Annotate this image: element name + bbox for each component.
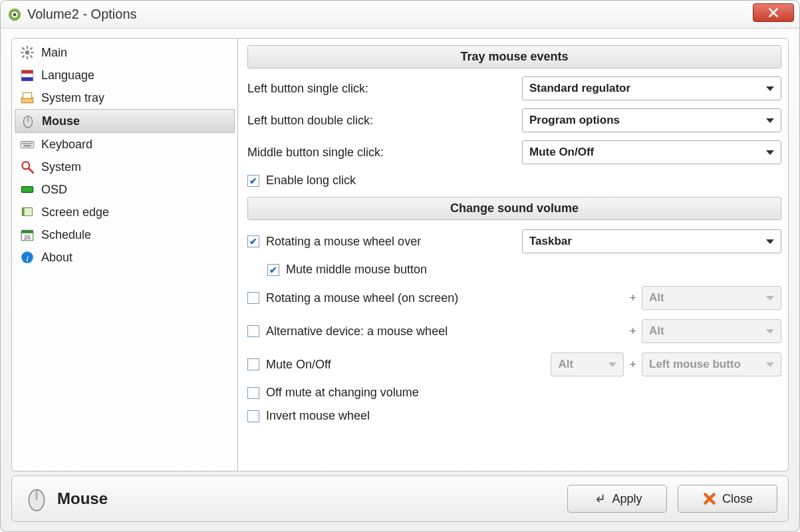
label-invert-wheel: Invert mouse wheel [266,409,781,423]
body: MainLanguageSystem trayMouseKeyboardSyst… [11,38,789,471]
checkbox-mute-middle[interactable] [267,264,279,276]
svg-rect-23 [29,143,30,144]
plus-icon: + [629,325,636,338]
sidebar-item-screen-edge[interactable]: Screen edge [15,201,235,223]
svg-line-10 [22,55,24,57]
sidebar-item-language[interactable]: Language [15,64,235,86]
sidebar-item-label: OSD [41,183,67,197]
calendar-icon: 26 [20,227,35,242]
gear-icon [20,45,35,60]
tray-icon [20,90,35,105]
keyboard-icon [20,137,35,152]
sidebar-item-label: Main [41,46,67,60]
svg-rect-14 [21,77,33,81]
row-rotate-over: Rotating a mouse wheel over Taskbar [247,229,781,253]
chevron-down-icon [766,150,774,155]
svg-rect-22 [27,143,28,144]
label-left-single: Left button single click: [247,82,522,96]
combo-alt-device-mod[interactable]: Alt [642,319,781,343]
svg-rect-25 [24,145,31,146]
sidebar-item-label: Screen edge [41,205,109,219]
info-icon: i [20,250,35,265]
svg-text:i: i [26,253,29,263]
row-mute-middle: Mute middle mouse button [267,263,781,277]
label-middle-single: Middle button single click: [247,146,522,160]
sidebar-item-label: System [41,160,81,174]
checkbox-rotate-screen[interactable] [247,292,259,304]
svg-point-2 [13,13,17,16]
svg-line-11 [30,47,32,49]
sidebar-item-label: Mouse [42,114,80,128]
chevron-down-icon [766,296,774,301]
combo-middle-single[interactable]: Mute On/Off [522,140,781,164]
section-header-volume: Change sound volume [247,197,781,220]
svg-rect-19 [21,142,34,148]
button-label: Close [722,492,753,506]
combo-value: Mute On/Off [529,146,594,159]
svg-text:26: 26 [24,234,31,241]
sidebar-item-mouse[interactable]: Mouse [15,109,235,133]
combo-mute-mod[interactable]: Alt [551,352,624,376]
combo-rotate-over-target[interactable]: Taskbar [522,229,781,253]
row-rotate-screen: Rotating a mouse wheel (on screen) + Alt [247,286,781,310]
close-button[interactable]: Close [678,485,777,513]
button-label: Apply [612,492,642,506]
plus-icon: + [629,291,636,305]
apply-button[interactable]: Apply [567,485,667,513]
row-enable-long-click: Enable long click [247,174,781,188]
mouse-icon [21,114,35,128]
combo-left-double[interactable]: Program options [522,108,781,132]
sidebar-item-label: Schedule [41,228,91,242]
sidebar-item-system-tray[interactable]: System tray [15,86,235,109]
enter-key-icon [592,491,606,506]
label-rotate-over: Rotating a mouse wheel over [266,235,522,249]
combo-mute-button[interactable]: Left mouse butto [642,352,781,376]
sidebar-item-keyboard[interactable]: Keyboard [15,133,235,156]
chevron-down-icon [766,118,774,123]
label-enable-long-click: Enable long click [266,174,781,188]
checkbox-alt-device[interactable] [247,325,259,337]
title-bar: Volume2 - Options [1,1,799,29]
main-panel: Tray mouse events Left button single cli… [238,39,788,471]
row-mute-onoff: Mute On/Off Alt + Left mouse butto [247,352,781,376]
combo-value: Taskbar [529,235,572,248]
chevron-down-icon [766,329,774,334]
combo-value: Alt [649,291,664,305]
window-close-button[interactable] [753,3,794,22]
row-alt-device: Alternative device: a mouse wheel + Alt [247,319,781,343]
window-title: Volume2 - Options [27,7,137,22]
sidebar-item-about[interactable]: iAbout [15,246,235,269]
label-left-double: Left button double click: [247,114,522,128]
svg-line-9 [30,55,32,57]
checkbox-mute-onoff[interactable] [247,358,259,370]
checkbox-enable-long-click[interactable] [247,175,259,187]
svg-rect-12 [21,70,33,74]
osd-icon [20,182,35,197]
combo-left-single[interactable]: Standard regulator [522,76,781,100]
row-off-mute-change: Off mute at changing volume [247,386,781,400]
sidebar-item-schedule[interactable]: 26Schedule [15,223,235,246]
sidebar-item-osd[interactable]: OSD [15,178,235,201]
chevron-down-icon [766,362,774,367]
chevron-down-icon [608,362,616,367]
section-header-tray: Tray mouse events [247,45,781,68]
svg-rect-33 [21,230,33,233]
combo-rotate-screen-mod[interactable]: Alt [642,286,781,310]
sidebar-item-system[interactable]: System [15,156,235,178]
row-left-single: Left button single click: Standard regul… [247,76,781,100]
flag-icon [20,68,35,82]
checkbox-off-mute-change[interactable] [247,387,259,399]
label-rotate-screen: Rotating a mouse wheel (on screen) [266,291,624,305]
label-mute-middle: Mute middle mouse button [286,263,781,277]
svg-rect-28 [21,187,33,193]
checkbox-rotate-over[interactable] [247,235,259,247]
svg-line-27 [29,168,33,173]
sidebar-item-main[interactable]: Main [15,41,235,64]
svg-rect-20 [22,143,23,144]
sidebar-list: MainLanguageSystem trayMouseKeyboardSyst… [15,41,235,269]
svg-point-3 [25,51,30,55]
svg-rect-39 [35,492,38,497]
edge-icon [20,205,35,219]
checkbox-invert-wheel[interactable] [247,410,259,422]
row-middle-single: Middle button single click: Mute On/Off [247,140,781,164]
